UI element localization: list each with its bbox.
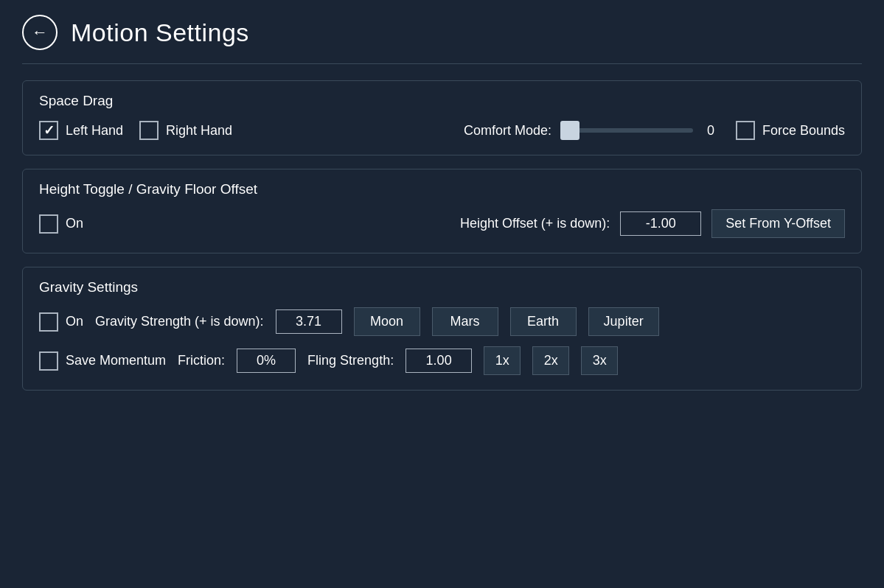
gravity-strength-input[interactable] xyxy=(276,309,342,334)
save-momentum-checkbox[interactable] xyxy=(39,351,58,371)
gravity-row2: Save Momentum Friction: Fling Strength: … xyxy=(39,346,845,375)
height-offset-group: Height Offset (+ is down): Set From Y-Of… xyxy=(460,209,845,238)
force-bounds-label: Force Bounds xyxy=(762,123,845,139)
force-bounds-checkbox[interactable] xyxy=(736,121,755,140)
header: ← Motion Settings xyxy=(22,15,862,50)
1x-button[interactable]: 1x xyxy=(484,346,521,375)
height-toggle-section: Height Toggle / Gravity Floor Offset On … xyxy=(22,169,862,253)
mars-button[interactable]: Mars xyxy=(432,307,498,336)
height-toggle-title: Height Toggle / Gravity Floor Offset xyxy=(39,181,845,197)
height-offset-input[interactable] xyxy=(620,211,701,236)
back-icon: ← xyxy=(32,23,48,42)
left-hand-label: Left Hand xyxy=(66,123,123,139)
gravity-on-container[interactable]: On xyxy=(39,312,83,332)
back-button[interactable]: ← xyxy=(22,15,58,50)
2x-button[interactable]: 2x xyxy=(532,346,569,375)
right-hand-label: Right Hand xyxy=(166,123,232,139)
friction-input[interactable] xyxy=(237,349,296,373)
right-hand-checkbox[interactable] xyxy=(139,121,159,140)
gravity-settings-title: Gravity Settings xyxy=(39,279,845,295)
gravity-row1: On Gravity Strength (+ is down): Moon Ma… xyxy=(39,307,845,336)
jupiter-button[interactable]: Jupiter xyxy=(588,307,659,336)
fling-strength-input[interactable] xyxy=(406,349,472,373)
earth-button[interactable]: Earth xyxy=(510,307,577,336)
save-momentum-label: Save Momentum xyxy=(66,353,166,368)
height-on-checkbox[interactable] xyxy=(39,214,58,234)
set-from-y-offset-button[interactable]: Set From Y-Offset xyxy=(711,209,845,238)
moon-button[interactable]: Moon xyxy=(354,307,420,336)
page-title: Motion Settings xyxy=(71,18,249,47)
comfort-mode-value: 0 xyxy=(702,123,720,139)
fling-strength-label: Fling Strength: xyxy=(307,353,394,368)
gravity-strength-label: Gravity Strength (+ is down): xyxy=(95,314,264,329)
gravity-on-label: On xyxy=(66,314,83,329)
3x-button[interactable]: 3x xyxy=(581,346,618,375)
height-offset-label: Height Offset (+ is down): xyxy=(460,216,610,231)
height-on-container[interactable]: On xyxy=(39,214,83,234)
gravity-on-checkbox[interactable] xyxy=(39,312,58,332)
space-drag-section: Space Drag Left Hand Right Hand Comfort … xyxy=(22,80,862,155)
save-momentum-container[interactable]: Save Momentum xyxy=(39,351,166,371)
header-divider xyxy=(22,63,862,64)
left-hand-checkbox[interactable] xyxy=(39,121,58,140)
force-bounds-container[interactable]: Force Bounds xyxy=(736,121,845,140)
space-drag-title: Space Drag xyxy=(39,93,845,109)
left-hand-container[interactable]: Left Hand xyxy=(39,121,123,140)
gravity-settings-section: Gravity Settings On Gravity Strength (+ … xyxy=(22,267,862,391)
height-toggle-row: On Height Offset (+ is down): Set From Y… xyxy=(39,209,845,238)
comfort-mode-label: Comfort Mode: xyxy=(464,123,551,139)
height-on-label: On xyxy=(66,216,83,231)
comfort-mode-slider[interactable] xyxy=(560,128,693,133)
comfort-mode-container: Comfort Mode: 0 xyxy=(464,123,720,139)
friction-label: Friction: xyxy=(178,353,225,368)
space-drag-row: Left Hand Right Hand Comfort Mode: 0 For… xyxy=(39,121,845,140)
right-hand-container[interactable]: Right Hand xyxy=(139,121,232,140)
